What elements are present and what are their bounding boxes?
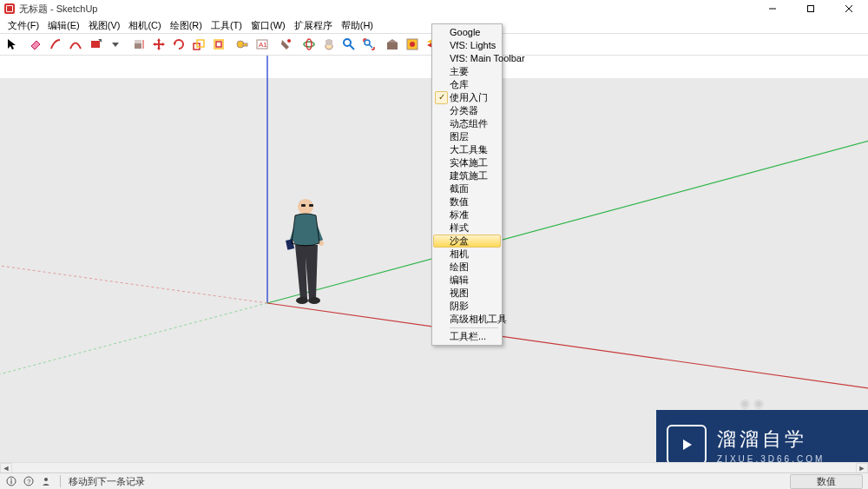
svg-marker-7	[8, 39, 16, 50]
minimize-button[interactable]	[753, 0, 792, 17]
cm-item-camera[interactable]: 相机	[433, 248, 501, 261]
eraser-icon[interactable]	[26, 35, 45, 54]
pushpull-icon[interactable]	[129, 35, 148, 54]
svg-rect-2	[7, 6, 12, 11]
svg-point-30	[344, 39, 351, 46]
svg-marker-16	[153, 43, 155, 46]
svg-rect-8	[91, 41, 100, 48]
cm-item-view[interactable]: 视图	[433, 287, 501, 300]
orbit-icon[interactable]	[299, 35, 319, 54]
cm-item-large-tools[interactable]: 大工具集	[433, 143, 501, 156]
svg-marker-35	[387, 39, 398, 43]
cm-item-edit[interactable]: 编辑	[433, 274, 501, 287]
svg-point-28	[304, 42, 314, 47]
measurement-box[interactable]: 数值	[790, 474, 863, 489]
warehouse-icon[interactable]	[383, 35, 402, 54]
svg-rect-12	[135, 40, 141, 43]
cm-item-toolbars[interactable]: 工具栏...	[433, 330, 501, 343]
rotate-icon[interactable]	[169, 35, 188, 54]
dropdown-icon[interactable]	[106, 35, 125, 54]
window-controls	[753, 0, 868, 17]
cm-item-google[interactable]: Google	[433, 26, 501, 39]
cm-item-shadows[interactable]: 阴影	[433, 300, 501, 313]
measurement-label: 数值	[817, 476, 836, 486]
offset-icon[interactable]	[209, 35, 228, 54]
svg-line-31	[350, 45, 354, 50]
svg-marker-14	[157, 38, 161, 41]
svg-rect-4	[808, 6, 814, 12]
menu-edit[interactable]: 编辑(E)	[43, 17, 84, 34]
svg-text:A1: A1	[259, 41, 267, 49]
svg-marker-10	[112, 43, 119, 47]
svg-rect-24	[243, 43, 247, 46]
cm-item-solid[interactable]: 实体施工	[433, 156, 501, 169]
svg-point-29	[306, 39, 312, 50]
menu-help[interactable]: 帮助(H)	[337, 17, 378, 34]
status-user-icon[interactable]	[40, 475, 52, 487]
cm-item-measurements[interactable]: 数值	[433, 195, 501, 208]
title-bar: 无标题 - SketchUp	[0, 0, 868, 17]
cm-item-standard[interactable]: 标准	[433, 208, 501, 221]
cm-item-section[interactable]: 截面	[433, 182, 501, 195]
check-icon: ✓	[435, 91, 448, 104]
menu-view[interactable]: 视图(V)	[84, 17, 125, 34]
line-icon[interactable]	[46, 35, 65, 54]
cm-item-vfs-lights[interactable]: VfS: Lights	[433, 39, 501, 52]
svg-point-57	[296, 297, 308, 304]
move-icon[interactable]	[149, 35, 168, 54]
svg-rect-52	[309, 204, 313, 207]
menu-draw[interactable]: 绘图(R)	[166, 17, 207, 34]
menu-file[interactable]: 文件(F)	[3, 17, 43, 34]
status-hint: 移动到下一条记录	[69, 475, 145, 488]
svg-line-33	[369, 44, 372, 48]
window-title: 无标题 - SketchUp	[19, 3, 97, 16]
status-help-icon[interactable]: ?	[23, 475, 35, 487]
arc-icon[interactable]	[66, 35, 85, 54]
svg-rect-34	[387, 43, 398, 50]
cm-item-vfs-main[interactable]: VfS: Main Toolbar	[433, 52, 501, 65]
svg-marker-15	[157, 48, 161, 50]
status-info-icon[interactable]	[5, 475, 17, 487]
svg-point-65	[44, 478, 48, 481]
app-icon	[3, 3, 16, 15]
cm-item-dynamic[interactable]: 动态组件	[433, 117, 501, 130]
cm-item-getting-started[interactable]: ✓使用入门	[433, 91, 501, 104]
svg-rect-53	[301, 204, 306, 207]
cm-item-layers[interactable]: 图层	[433, 130, 501, 143]
extension-icon[interactable]	[403, 35, 422, 54]
status-bar: ? 移动到下一条记录 数值	[0, 472, 868, 489]
pan-icon[interactable]	[319, 35, 339, 54]
scale-figure	[283, 196, 332, 305]
menu-window[interactable]: 窗口(W)	[247, 17, 290, 34]
scale-icon[interactable]	[189, 35, 208, 54]
maximize-button[interactable]	[792, 0, 830, 17]
text-icon[interactable]: A1	[253, 35, 272, 54]
svg-marker-17	[162, 43, 165, 46]
toolbars-context-menu: Google VfS: Lights VfS: Main Toolbar 主要 …	[431, 23, 503, 346]
menu-ext[interactable]: 扩展程序	[290, 17, 337, 34]
zoom-icon[interactable]	[339, 35, 358, 54]
cm-separator	[450, 327, 498, 328]
cm-item-advanced-camera[interactable]: 高级相机工具	[433, 313, 501, 326]
menu-camera[interactable]: 相机(C)	[124, 17, 165, 34]
cm-item-construction[interactable]: 建筑施工	[433, 169, 501, 182]
cm-item-styles[interactable]: 样式	[433, 221, 501, 235]
svg-text:?: ?	[27, 478, 31, 486]
zoom-extents-icon[interactable]	[359, 35, 378, 54]
tape-icon[interactable]	[233, 35, 252, 54]
cm-item-sandbox[interactable]: 沙盒	[433, 235, 501, 248]
menu-tools[interactable]: 工具(T)	[207, 17, 247, 34]
svg-point-61	[10, 479, 12, 480]
svg-point-27	[287, 39, 291, 43]
play-icon	[667, 425, 707, 465]
cm-item-main[interactable]: 主要	[433, 65, 501, 78]
rect-icon[interactable]	[86, 35, 105, 54]
cm-item-drawing[interactable]: 绘图	[433, 261, 501, 274]
select-icon[interactable]	[3, 35, 22, 54]
svg-marker-59	[683, 439, 692, 450]
cm-item-warehouse[interactable]: 仓库	[433, 78, 501, 91]
svg-point-58	[308, 297, 320, 304]
cm-item-classifier[interactable]: 分类器	[433, 104, 501, 117]
paint-icon[interactable]	[276, 35, 295, 54]
close-button[interactable]	[830, 0, 868, 17]
